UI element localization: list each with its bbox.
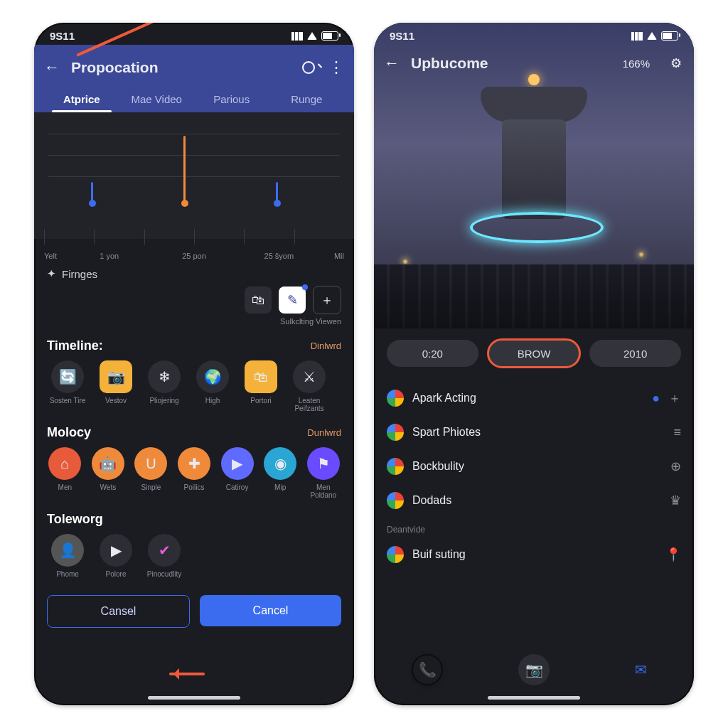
tab-mae-video[interactable]: Mae Video [119,86,195,112]
list-item[interactable]: Dodads ♛ [387,483,681,518]
home-indicator[interactable] [148,696,240,700]
status-bar: 9S11 [34,23,354,45]
molocy-item[interactable]: USinple [133,447,169,499]
home-indicator[interactable] [488,696,580,700]
tick-4: Mil [321,252,344,260]
list-item[interactable]: Apark Acting ● ＋ [387,381,681,415]
timeline-label: Timeline: [47,338,103,353]
battery-icon [661,31,678,41]
tab-parious[interactable]: Parious [194,86,269,112]
timeline-item[interactable]: ⚔Leaten Peifzants [289,360,330,412]
cancel-fill-button[interactable]: Cancel [200,595,341,626]
pill-year[interactable]: 2010 [589,340,681,367]
tab-runge[interactable]: Runge [269,86,345,112]
wifi-icon [647,32,657,40]
percent-badge: 166% [623,58,650,70]
google-icon [387,458,404,475]
globe-icon[interactable]: ⊕ [670,459,681,474]
status-dot-icon: ● [652,391,660,406]
finges-section: ✦ Firnges 🛍 ✎ ＋ Sulkclting Viewen [34,257,354,328]
timeline-item[interactable]: ❄Pliojering [144,360,185,412]
hero-area: 9S11 Upbucome 166% [374,23,694,328]
cancel-outline-button[interactable]: Cansel [47,595,190,628]
annotation-arrow-2 [169,673,205,675]
toleworg-item[interactable]: ▶Polore [95,534,136,578]
cube-icon: ✦ [47,267,56,280]
phone-icon[interactable]: 📞 [412,654,443,685]
tab-atprice[interactable]: Atprice [44,86,119,112]
google-icon [387,424,404,441]
list-item[interactable]: Buif suting 📍 [387,537,681,572]
footer-buttons: Cansel Cancel [34,585,354,638]
hero-tower-illustration [481,87,587,250]
back-icon[interactable] [384,55,400,71]
back-icon[interactable] [44,60,60,75]
molocy-item[interactable]: ⚑Men Poldano [305,447,341,499]
signal-icon [291,32,303,41]
toleworg-items: 👤Phome ▶Polore ✔Pinocudlity [47,534,341,578]
edit-icon[interactable]: ✎ [279,287,306,314]
page-title: Propocation [71,59,290,76]
molocy-item[interactable]: ⌂Men [47,447,83,499]
search-icon[interactable] [301,60,317,75]
pill-brow[interactable]: BROW [488,340,580,367]
status-time: 9S11 [50,30,75,42]
tick-0: Yelt [44,252,67,260]
molocy-item[interactable]: ▶Catiroy [219,447,255,499]
crown-icon[interactable]: ♛ [670,493,681,508]
molocy-item[interactable]: ✚Poilics [176,447,213,499]
toolchip-caption: Sulkclting Viewen [47,317,341,326]
app-header: Propocation Atprice Mae Video Parious Ru… [34,45,354,112]
signal-icon [631,32,643,41]
molocy-items: ⌂Men 🤖Wets USinple ✚Poilics ▶Catiroy ◉Mi… [47,447,341,499]
tick-1: 1 yon [67,252,151,260]
bottom-nav: 📞 📷 ✉ [374,650,694,690]
pin-icon[interactable]: 📍 [665,547,681,562]
timeline-section: Timeline: Dinlwrd 🔄Sosten Tire 📷Vestov ❄… [34,328,354,415]
list-item[interactable]: Bockbulity ⊕ [387,449,681,483]
page-title: Upbucome [411,55,611,72]
molocy-link[interactable]: Dunlwrd [307,427,341,438]
timeline-items: 🔄Sosten Tire 📷Vestov ❄Pliojering 🌍High 🛍… [47,360,341,412]
list-item[interactable]: Spart Phiotes ≡ [387,415,681,449]
camera-icon[interactable]: 📷 [518,654,550,685]
toleworg-item[interactable]: 👤Phome [47,534,88,578]
item-list: Apark Acting ● ＋ Spart Phiotes ≡ Bockbul… [374,378,694,520]
mail-icon[interactable]: ✉ [625,654,656,685]
pill-row: 0:20 BROW 2010 [374,328,694,378]
google-icon [387,390,404,407]
more-icon[interactable] [328,60,344,75]
tab-bar: Atprice Mae Video Parious Runge [44,86,344,112]
timeline-item[interactable]: 🌍High [192,360,233,412]
molocy-item[interactable]: 🤖Wets [90,447,127,499]
add-button[interactable]: ＋ [313,286,341,314]
gear-icon[interactable] [668,55,684,71]
google-icon [387,546,404,563]
molocy-label: Molocy [47,425,91,440]
wifi-icon [307,32,317,40]
phone-left: 9S11 Propocation Atprice Mae Video Pario… [34,23,354,705]
timeline-item[interactable]: 📷Vestov [95,360,136,412]
audio-slider-chart[interactable]: Yelt 1 yon 25 pon 25 šyom Mil [34,112,354,239]
timeline-link[interactable]: Dinlwrd [311,341,341,351]
toleworg-section: Toleworg 👤Phome ▶Polore ✔Pinocudlity [34,502,354,581]
status-bar: 9S11 [374,23,694,45]
timeline-item[interactable]: 🛍Portori [240,360,282,412]
battery-icon [321,31,338,41]
status-time: 9S11 [390,30,414,42]
plus-icon[interactable]: ＋ [668,390,681,407]
molocy-section: Molocy Dunlwrd ⌂Men 🤖Wets USinple ✚Poili… [34,415,354,502]
phone-right: 9S11 Upbucome 166% [374,23,694,705]
finges-label: Firnges [62,268,97,280]
sub-header: Deantvide [374,520,694,535]
menu-icon[interactable]: ≡ [673,425,681,440]
google-icon [387,492,404,509]
shop-icon[interactable]: 🛍 [245,287,272,314]
tick-2: 25 pon [151,252,236,260]
toleworg-label: Toleworg [47,512,103,527]
toleworg-item[interactable]: ✔Pinocudlity [144,534,185,578]
timeline-item[interactable]: 🔄Sosten Tire [47,360,88,412]
tick-3: 25 šyom [237,252,321,260]
molocy-item[interactable]: ◉Mip [262,447,299,499]
pill-time[interactable]: 0:20 [387,340,478,367]
